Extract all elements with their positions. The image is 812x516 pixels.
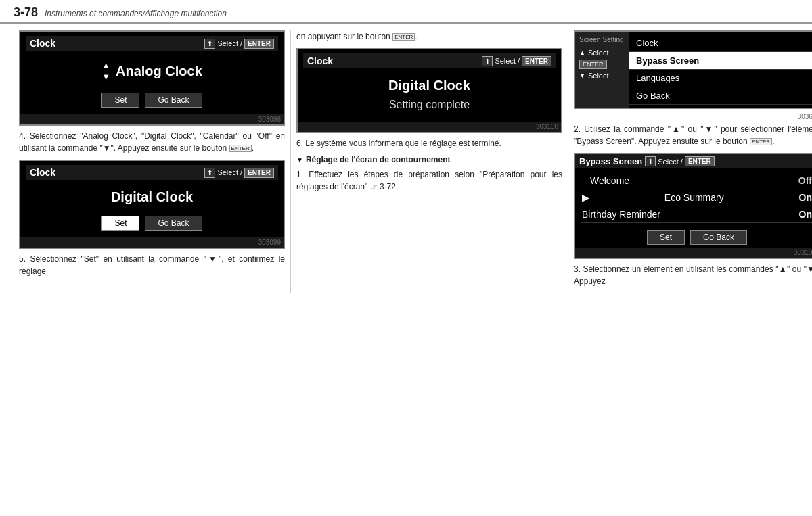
col1-caption2: 5. Sélectionnez "Set" en utilisant la co… bbox=[19, 253, 285, 277]
screen2-arr: ⬆ bbox=[204, 168, 215, 178]
col3-caption2: 3. Sélectionnez un élément en utilisant … bbox=[574, 263, 812, 287]
menu-item-languages[interactable]: Languages bbox=[629, 70, 812, 87]
screen2-select-enter: ⬆ Select / ENTER bbox=[204, 168, 274, 178]
screen2-set-btn[interactable]: Set bbox=[102, 216, 139, 231]
screen2-center: Digital Clock bbox=[26, 183, 278, 212]
screen1-main-row: ▲ ▼ Analog Clock bbox=[26, 60, 278, 82]
col3-caption1: 2. Utilisez la commande "▲" ou "▼" pour … bbox=[574, 123, 812, 147]
bypass-imgnum: 303102 bbox=[575, 248, 812, 258]
bypass-select-label: Select / bbox=[658, 158, 683, 166]
bypass-set-btn[interactable]: Set bbox=[647, 230, 685, 245]
menu-select-down-label: Select bbox=[588, 72, 609, 80]
bypass-eco-val: On bbox=[799, 192, 812, 203]
bypass-birthday-label: Birthday Reminder bbox=[582, 209, 660, 220]
bypass-enter-label: ENTER bbox=[685, 156, 715, 166]
triangle-down-icon: ▼ bbox=[296, 156, 303, 164]
column-1: Clock ⬆ Select / ENTER ▲ ▼ Analog Clock bbox=[14, 30, 291, 293]
main-content: Clock ⬆ Select / ENTER ▲ ▼ Analog Clock bbox=[0, 24, 812, 300]
page-header: 3-78 Instruments et commandes/Affichage … bbox=[0, 0, 812, 24]
screen2-title: Clock bbox=[30, 167, 55, 178]
screen-digital-clock: Clock ⬆ Select / ENTER Digital Clock Set… bbox=[19, 160, 285, 249]
screen3-enter: ENTER bbox=[522, 56, 551, 66]
screen2-buttons[interactable]: Set Go Back bbox=[26, 216, 278, 231]
screen3-select: Select / bbox=[495, 57, 520, 65]
column-2: en appuyant sur le bouton ENTER. Clock ⬆… bbox=[291, 30, 568, 293]
section-heading-text: Réglage de l'écran de contournement bbox=[306, 155, 451, 164]
screen2-goback-btn[interactable]: Go Back bbox=[145, 216, 202, 231]
bypass-birthday-val: On bbox=[799, 209, 812, 220]
bypass-goback-btn[interactable]: Go Back bbox=[690, 230, 747, 245]
menu-item-bypass[interactable]: Bypass Screen bbox=[629, 52, 812, 70]
screen2-enter: ENTER bbox=[244, 168, 274, 178]
col2-caption2: 1. Effectuez les étapes de préparation s… bbox=[296, 168, 562, 193]
screen-setting-complete: Clock ⬆ Select / ENTER Digital Clock Set… bbox=[296, 48, 562, 133]
bypass-row-birthday: Birthday Reminder On bbox=[581, 206, 812, 223]
menu-select-up-label: Select bbox=[588, 49, 609, 57]
bypass-title: Bypass Screen bbox=[579, 156, 642, 166]
screen1-goback-btn[interactable]: Go Back bbox=[145, 93, 202, 108]
screen3-select-enter: ⬆ Select / ENTER bbox=[482, 56, 551, 66]
bypass-row-welcome: Welcome Off bbox=[581, 172, 812, 189]
bypass-welcome-val: Off bbox=[798, 175, 812, 186]
section-heading: ▼ Réglage de l'écran de contournement bbox=[296, 155, 562, 164]
bypass-topbar: Bypass Screen ⬆ Select / ENTER bbox=[575, 154, 812, 168]
enter-inline-3: ENTER bbox=[750, 138, 772, 145]
bypass-eco-arrow: ▶ bbox=[582, 192, 589, 203]
bypass-welcome-label: Welcome bbox=[590, 175, 629, 186]
menu-item-clock[interactable]: Clock bbox=[629, 34, 812, 52]
enter-inline-1: ENTER bbox=[229, 145, 252, 152]
page-number: 3-78 bbox=[14, 5, 38, 20]
screen3-main-text: Digital Clock bbox=[388, 78, 470, 93]
bypass-eco-label: Eco Summary bbox=[664, 192, 724, 203]
enter-inline-2: ENTER bbox=[392, 33, 415, 41]
screen3-title: Clock bbox=[307, 55, 333, 66]
menu-left-title: Screen Setting bbox=[579, 36, 625, 43]
screen1-imgnum: 303098 bbox=[20, 114, 284, 124]
screen3-topbar: Clock ⬆ Select / ENTER bbox=[303, 53, 556, 68]
tri-up-icon: ▲ bbox=[579, 49, 585, 56]
screen1-enter: ENTER bbox=[244, 39, 274, 49]
screen3-arr: ⬆ bbox=[482, 56, 493, 66]
screen3-center: Digital Clock Setting complete bbox=[303, 71, 556, 118]
menu-select-up: ▲ Select bbox=[579, 49, 625, 57]
column-3: Screen Setting ▲ Select ENTER ▼ Select C… bbox=[568, 30, 812, 293]
screen1-arr: ⬆ bbox=[204, 39, 215, 49]
col1-caption1: 4. Sélectionnez "Analog Clock", "Digital… bbox=[19, 130, 285, 154]
screen2-select: Select / bbox=[217, 168, 242, 177]
screen-setting-menu: Screen Setting ▲ Select ENTER ▼ Select C… bbox=[574, 30, 812, 109]
col2-caption1: 6. Le système vous informera que le régl… bbox=[296, 137, 562, 149]
menu-right: Clock Bypass Screen Languages Go Back bbox=[629, 32, 812, 108]
screen3-sub-text: Setting complete bbox=[303, 99, 556, 111]
menu-left: Screen Setting ▲ Select ENTER ▼ Select bbox=[575, 32, 629, 108]
screen1-set-btn[interactable]: Set bbox=[102, 93, 139, 108]
bypass-screen-panel: Bypass Screen ⬆ Select / ENTER Welcome O… bbox=[574, 153, 812, 259]
page-title: Instruments et commandes/Affichage multi… bbox=[45, 9, 227, 18]
screen1-select: Select / bbox=[217, 39, 242, 47]
screen2-imgnum: 303099 bbox=[20, 237, 284, 248]
screen1-topbar: Clock ⬆ Select / ENTER bbox=[26, 36, 278, 51]
screen1-title: Clock bbox=[30, 38, 55, 49]
screen1-select-enter: ⬆ Select / ENTER bbox=[204, 39, 274, 49]
screen1-buttons[interactable]: Set Go Back bbox=[26, 93, 278, 108]
enter-box: ENTER bbox=[579, 60, 607, 69]
bypass-arr: ⬆ bbox=[645, 156, 656, 166]
bypass-row-eco: ▶ Eco Summary On bbox=[581, 189, 812, 206]
screen-analog-clock: Clock ⬆ Select / ENTER ▲ ▼ Analog Clock bbox=[19, 30, 285, 126]
col2-caption-top: en appuyant sur le bouton ENTER. bbox=[296, 30, 562, 43]
screen1-main-text: Analog Clock bbox=[116, 64, 202, 79]
menu-enter-row: ENTER bbox=[579, 60, 625, 69]
menu-screen-imgnum: 303658 bbox=[574, 113, 812, 120]
screen1-center: ▲ ▼ Analog Clock bbox=[26, 53, 278, 89]
screen3-imgnum: 303100 bbox=[298, 122, 561, 132]
bypass-list: Welcome Off ▶ Eco Summary On Birthday Re… bbox=[575, 170, 812, 226]
bypass-buttons[interactable]: Set Go Back bbox=[575, 230, 812, 245]
menu-select-down: ▼ Select bbox=[579, 72, 625, 80]
clock-arrows: ▲ ▼ bbox=[102, 60, 110, 82]
menu-item-goback[interactable]: Go Back bbox=[629, 87, 812, 105]
screen2-topbar: Clock ⬆ Select / ENTER bbox=[26, 165, 278, 180]
bypass-select-enter: ⬆ Select / ENTER bbox=[645, 156, 715, 166]
screen2-main-text: Digital Clock bbox=[111, 189, 193, 204]
tri-down-icon: ▼ bbox=[579, 72, 585, 79]
